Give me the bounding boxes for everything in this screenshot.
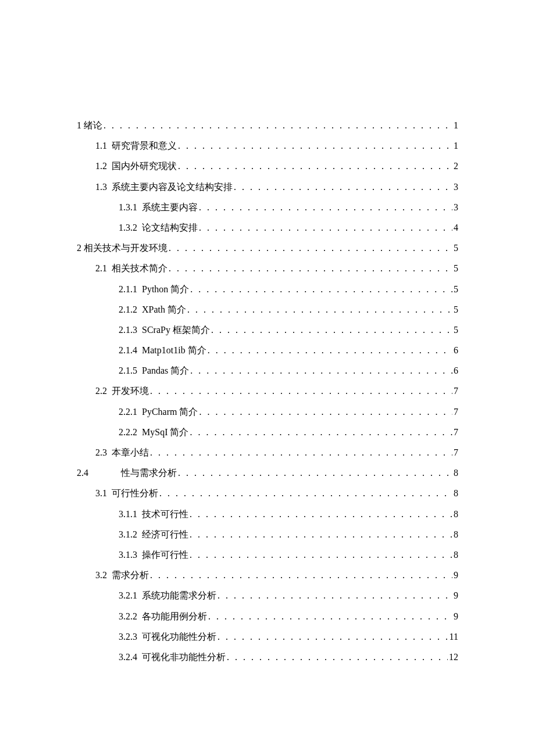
toc-number: 3.2.2: [119, 606, 137, 626]
toc-page: 7: [454, 381, 458, 401]
toc-title: 国内外研究现状: [112, 156, 177, 176]
toc-leader: [150, 381, 452, 401]
toc-number: 2.3: [95, 442, 107, 463]
toc-entry: 3.2.4可视化非功能性分析12: [77, 647, 458, 667]
toc-title: 论文结构安排: [142, 217, 198, 238]
toc-title: 可视化非功能性分析: [142, 647, 226, 667]
toc-leader: [217, 626, 448, 647]
toc-number: 2.1.1: [119, 279, 137, 299]
toc-leader: [208, 606, 452, 626]
toc-number: 2.1.4: [119, 340, 137, 360]
toc-number: 2.1.2: [119, 299, 137, 320]
toc-entry: 2.2.2MySqI 简介7: [77, 422, 458, 442]
toc-number: 1: [77, 115, 81, 135]
toc-page: 3: [454, 197, 458, 217]
toc-entry: 3.2.2各功能用例分析9: [77, 606, 458, 626]
toc-title: 系统主要内容: [142, 197, 198, 217]
toc-page: 8: [454, 544, 458, 565]
toc-title: SCraPy 框架简介: [142, 320, 210, 340]
toc-entry: 1.3.2论文结构安排4: [77, 217, 458, 238]
toc-entry: 2.2.1PyCharm 简介7: [77, 402, 458, 422]
toc-leader: [227, 647, 448, 667]
toc-leader: [190, 524, 452, 544]
toc-page: 9: [454, 565, 458, 585]
toc-number: 2.2.1: [119, 402, 137, 422]
toc-entry: 3.1.2经济可行性8: [77, 524, 458, 544]
toc-leader: [190, 504, 452, 524]
toc-number: 3.2: [95, 565, 107, 585]
toc-page: 5: [454, 238, 458, 258]
toc-title: Pandas 简介: [142, 360, 189, 381]
toc-page: 6: [454, 340, 458, 360]
toc-entry: 3.1.3操作可行性8: [77, 544, 458, 565]
toc-number: 1.3.2: [119, 217, 137, 238]
toc-leader: [199, 217, 452, 238]
toc-leader: [169, 238, 452, 258]
toc-title: 相关技术简介: [112, 258, 167, 278]
toc-page: 5: [454, 279, 458, 299]
toc-page: 1: [454, 135, 458, 156]
toc-title: 可行性分析: [112, 483, 158, 503]
toc-entry: 3.2.1系统功能需求分析9: [77, 585, 458, 605]
toc-leader: [187, 299, 452, 320]
toc-entry: 2.1.4Matp1ot1ib 简介6: [77, 340, 458, 360]
toc-number: 3.2.1: [119, 585, 137, 605]
toc-page: 1: [454, 115, 458, 135]
toc-entry: 1绪论1: [77, 115, 458, 135]
toc-entry: 3.2需求分析9: [77, 565, 458, 585]
toc-entry: 1.1研究背景和意义1: [77, 135, 458, 156]
toc-page: 4: [454, 217, 458, 238]
toc-entry: 3.2.3可视化功能性分析11: [77, 626, 458, 647]
toc-entry: 1.2国内外研究现状2: [77, 156, 458, 176]
toc-entry: 1.3.1系统主要内容3: [77, 197, 458, 217]
toc-page: 11: [450, 626, 458, 647]
toc-entry: 1.3系统主要内容及论文结构安排3: [77, 177, 458, 197]
toc-leader: [199, 402, 452, 422]
toc-title: 操作可行性: [142, 544, 188, 565]
toc-number: 3.2.4: [119, 647, 137, 667]
toc-leader: [150, 565, 452, 585]
toc-number: 1.3.1: [119, 197, 137, 217]
toc-leader: [190, 360, 452, 381]
toc-page: 5: [454, 320, 458, 340]
toc-title: 系统主要内容及论文结构安排: [112, 177, 233, 197]
toc-number: 1.3: [95, 177, 107, 197]
toc-page: 8: [454, 483, 458, 503]
toc-leader: [190, 279, 452, 299]
toc-title: 研究背景和意义: [112, 135, 177, 156]
toc-entry: 3.1可行性分析8: [77, 483, 458, 503]
toc-title: Python 简介: [142, 279, 189, 299]
toc-leader: [159, 483, 452, 503]
toc-page: 7: [454, 402, 458, 422]
toc-number: 3.2.3: [119, 626, 137, 647]
toc-entry: 3.1.1技术可行性8: [77, 504, 458, 524]
toc-title: 本章小结: [112, 442, 149, 463]
toc-number: 2.2.2: [119, 422, 137, 442]
toc-leader: [104, 115, 452, 135]
toc-entry: 2.1.1Python 简介5: [77, 279, 458, 299]
toc-leader: [208, 340, 452, 360]
toc-title: 开发环境: [112, 381, 149, 401]
toc-page: 6: [454, 360, 458, 381]
toc-leader: [178, 135, 452, 156]
table-of-contents: 1绪论11.1研究背景和意义11.2国内外研究现状21.3系统主要内容及论文结构…: [77, 115, 458, 667]
toc-title: Matp1ot1ib 简介: [142, 340, 206, 360]
toc-number: 3.1.1: [119, 504, 137, 524]
toc-page: 5: [454, 299, 458, 320]
toc-number: 3.1.3: [119, 544, 137, 565]
toc-leader: [190, 422, 452, 442]
toc-title: 技术可行性: [142, 504, 188, 524]
toc-leader: [211, 320, 452, 340]
toc-number: 3.1.2: [119, 524, 137, 544]
toc-page: 2: [454, 156, 458, 176]
toc-entry: 2相关技术与开发环境5: [77, 238, 458, 258]
toc-number: 2.1.5: [119, 360, 137, 381]
toc-page: 12: [449, 647, 458, 667]
toc-page: 9: [454, 606, 458, 626]
toc-page: 3: [454, 177, 458, 197]
toc-title: 性与需求分析: [121, 463, 177, 483]
toc-entry: 2.1.2XPath 简介5: [77, 299, 458, 320]
toc-number: 3.1: [95, 483, 107, 503]
toc-title: PyCharm 简介: [142, 402, 198, 422]
toc-entry: 2.4性与需求分析8: [77, 463, 458, 483]
